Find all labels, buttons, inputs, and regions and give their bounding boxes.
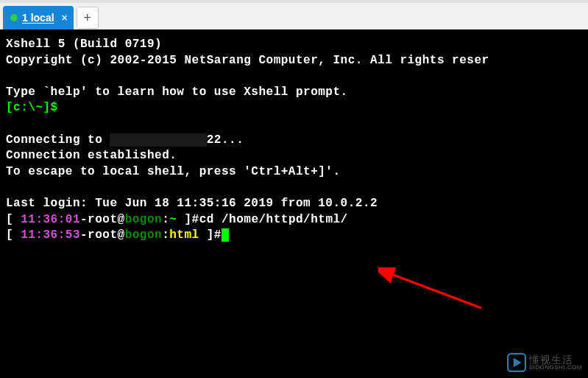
redacted-ip (110, 133, 206, 147)
new-tab-button[interactable]: + (77, 7, 99, 29)
watermark-url: SIDONGSHI.COM (529, 365, 582, 371)
prompt-line-2: [ 11:36:53-root@bogon:html ]# (6, 228, 229, 242)
last-login-line: Last login: Tue Jun 18 11:35:16 2019 fro… (6, 197, 378, 210)
watermark-text: 懂视生活 (529, 354, 582, 365)
tab-bar: 1 local × + (0, 0, 588, 29)
cd-command: cd /home/httpd/html/ (199, 213, 348, 226)
banner-line: Xshell 5 (Build 0719) (6, 38, 162, 51)
help-line: Type `help' to learn how to use Xshell p… (6, 85, 348, 99)
connecting-line: Connecting to 22... (6, 133, 244, 147)
tab-label: 1 local (22, 12, 54, 24)
play-logo-icon (507, 353, 526, 372)
svg-marker-3 (513, 358, 521, 368)
cursor-icon (222, 228, 229, 242)
app-window: 1 local × + Xshell 5 (Build 0719) Copyri… (0, 0, 588, 378)
status-dot-icon (10, 14, 18, 21)
copyright-line: Copyright (c) 2002-2015 NetSarang Comput… (6, 54, 489, 67)
watermark: 懂视生活 SIDONGSHI.COM (507, 353, 582, 372)
escape-line: To escape to local shell, press 'Ctrl+Al… (6, 165, 341, 178)
established-line: Connection established. (6, 149, 177, 162)
terminal[interactable]: Xshell 5 (Build 0719) Copyright (c) 2002… (0, 29, 588, 378)
prompt-line-1: [ 11:36:01-root@bogon:~ ]#cd /home/httpd… (6, 213, 348, 226)
terminal-wrapper: Xshell 5 (Build 0719) Copyright (c) 2002… (0, 29, 588, 378)
tab-local[interactable]: 1 local × (3, 6, 74, 29)
local-prompt: [c:\~]$ (6, 101, 58, 114)
close-icon[interactable]: × (62, 12, 68, 24)
